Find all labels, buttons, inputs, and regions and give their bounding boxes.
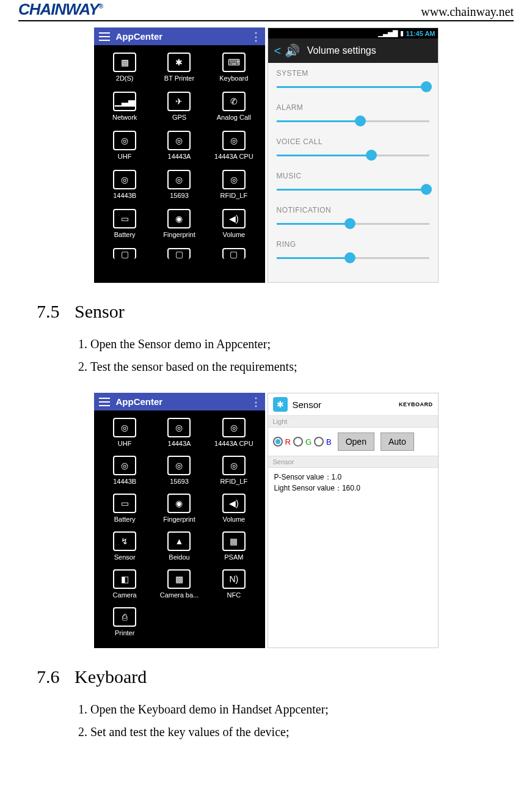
app-tile[interactable]: ◎UHF bbox=[98, 131, 152, 160]
sensor-values: P-Sensor value：1.0 Light Sensor value：16… bbox=[268, 468, 438, 497]
slider-thumb[interactable] bbox=[421, 184, 432, 195]
app-icon: ◎ bbox=[113, 456, 136, 475]
app-icon: ▁▃▅ bbox=[113, 92, 136, 111]
slider[interactable] bbox=[277, 218, 429, 230]
slider-thumb[interactable] bbox=[366, 150, 377, 161]
app-label: Fingerprint bbox=[163, 516, 195, 523]
appcenter-titlebar: AppCenter ⋮ bbox=[94, 27, 265, 45]
appcenter-screenshot-2: AppCenter ⋮ ◎UHF◎14443A◎14443A CPU◎14443… bbox=[94, 393, 265, 648]
app-tile[interactable]: ◎UHF bbox=[98, 418, 152, 447]
group-sensor: Sensor bbox=[268, 456, 438, 468]
app-icon: ▢ bbox=[113, 248, 136, 259]
slider-thumb[interactable] bbox=[344, 252, 355, 263]
slider[interactable] bbox=[277, 115, 429, 128]
app-icon: ◎ bbox=[167, 456, 191, 475]
group-light: Light bbox=[268, 415, 438, 428]
app-tile[interactable]: ⌨Keyboard bbox=[206, 53, 261, 82]
app-icon: ◎ bbox=[113, 170, 136, 189]
radio-r-label: R bbox=[285, 437, 291, 447]
app-tile[interactable]: ◎14443A CPU bbox=[206, 131, 261, 160]
slider-label: SYSTEM bbox=[277, 69, 429, 78]
app-icon: ▩ bbox=[113, 53, 136, 72]
slider[interactable] bbox=[277, 184, 429, 196]
slider-label: MUSIC bbox=[277, 172, 429, 180]
app-tile[interactable]: ◀)Volume bbox=[206, 209, 261, 238]
app-tile[interactable]: ◎14443A bbox=[152, 418, 206, 447]
app-label: BT Printer bbox=[164, 75, 194, 82]
overflow-icon[interactable]: ⋮ bbox=[250, 34, 260, 40]
app-icon: ◧ bbox=[113, 569, 136, 589]
app-tile[interactable]: ✆Analog Call bbox=[206, 92, 261, 121]
app-tile[interactable]: ◎14443A CPU bbox=[206, 418, 261, 447]
app-tile[interactable]: ▢ bbox=[98, 248, 152, 261]
app-tile[interactable]: ◎15693 bbox=[152, 456, 206, 485]
open-button[interactable]: Open bbox=[338, 432, 374, 451]
header-url: www.chainway.net bbox=[421, 5, 514, 19]
app-tile[interactable]: ◉Fingerprint bbox=[152, 494, 206, 523]
keyboard-label[interactable]: KEYBOARD bbox=[399, 401, 433, 407]
app-icon: ◀) bbox=[222, 494, 246, 513]
slider[interactable] bbox=[277, 81, 429, 93]
app-label: 14443A bbox=[168, 153, 191, 160]
app-label: 14443A CPU bbox=[214, 440, 253, 447]
slider-thumb[interactable] bbox=[355, 115, 366, 126]
app-tile[interactable]: ◎RFID_LF bbox=[206, 170, 261, 199]
app-tile[interactable]: ▭Battery bbox=[98, 209, 152, 238]
volume-slider-block: VOICE CALL bbox=[268, 131, 438, 166]
section-number: 7.5 bbox=[37, 301, 75, 322]
radio-r[interactable] bbox=[273, 437, 283, 447]
app-tile[interactable]: ▩Camera ba... bbox=[152, 569, 206, 599]
auto-button[interactable]: Auto bbox=[381, 432, 414, 451]
app-tile[interactable]: ◀)Volume bbox=[206, 494, 261, 523]
slider[interactable] bbox=[277, 150, 429, 162]
app-label: RFID_LF bbox=[220, 192, 248, 199]
app-tile[interactable]: ▲Beidou bbox=[152, 531, 206, 561]
app-tile[interactable]: ◧Camera bbox=[98, 569, 152, 599]
app-tile[interactable]: ◎15693 bbox=[152, 170, 206, 199]
app-tile[interactable]: ▩2D(S) bbox=[98, 53, 152, 82]
back-icon[interactable]: < 🔊 bbox=[274, 43, 300, 58]
radio-g[interactable] bbox=[293, 437, 303, 447]
slider-label: ALARM bbox=[277, 103, 429, 112]
radio-b-label: B bbox=[326, 437, 332, 447]
app-label: Camera ba... bbox=[160, 591, 199, 599]
volume-settings-screenshot: ▁▃▅▇ ▮ 11:45 AM < 🔊 Volume settings SYST… bbox=[268, 27, 439, 283]
app-tile[interactable]: N)NFC bbox=[206, 569, 261, 599]
logo-text: CHAINWAY bbox=[18, 0, 99, 18]
app-tile[interactable]: ↯Sensor bbox=[98, 531, 152, 561]
step-item: Test the sensor based on the requirement… bbox=[90, 356, 514, 378]
radio-b[interactable] bbox=[314, 437, 324, 447]
app-tile[interactable]: ▢ bbox=[152, 248, 206, 261]
appcenter-title: AppCenter bbox=[116, 396, 163, 407]
app-icon: ◎ bbox=[167, 131, 191, 150]
app-tile[interactable]: ⎙Printer bbox=[98, 607, 152, 637]
app-tile[interactable]: ▭Battery bbox=[98, 494, 152, 523]
slider-label: VOICE CALL bbox=[277, 137, 429, 146]
app-tile[interactable]: ▁▃▅Network bbox=[98, 92, 152, 121]
app-icon: ◎ bbox=[222, 131, 246, 150]
menu-icon[interactable] bbox=[99, 398, 110, 406]
battery-icon: ▮ bbox=[400, 29, 404, 37]
app-tile[interactable]: ◉Fingerprint bbox=[152, 209, 206, 238]
app-tile[interactable]: ◎14443B bbox=[98, 170, 152, 199]
app-label: GPS bbox=[172, 114, 186, 121]
section-title: Sensor bbox=[75, 301, 125, 321]
slider[interactable] bbox=[277, 252, 429, 265]
app-icon: ▦ bbox=[222, 531, 246, 551]
app-icon: ▲ bbox=[167, 531, 191, 551]
app-tile[interactable]: ▦PSAM bbox=[206, 531, 261, 561]
app-tile[interactable]: ▢ bbox=[206, 248, 261, 261]
app-icon: ✆ bbox=[222, 92, 246, 111]
menu-icon[interactable] bbox=[99, 32, 110, 41]
app-label: Sensor bbox=[114, 553, 136, 561]
app-tile[interactable]: ✈GPS bbox=[152, 92, 206, 121]
app-tile[interactable]: ✱BT Printer bbox=[152, 53, 206, 82]
p-sensor-value: P-Sensor value：1.0 bbox=[274, 472, 432, 483]
slider-thumb[interactable] bbox=[344, 218, 355, 229]
app-tile[interactable]: ◎RFID_LF bbox=[206, 456, 261, 485]
slider-thumb[interactable] bbox=[421, 81, 432, 92]
app-tile[interactable]: ◎14443B bbox=[98, 456, 152, 485]
app-icon: ✈ bbox=[167, 92, 191, 111]
app-tile[interactable]: ◎14443A bbox=[152, 131, 206, 160]
overflow-icon[interactable]: ⋮ bbox=[250, 399, 260, 405]
